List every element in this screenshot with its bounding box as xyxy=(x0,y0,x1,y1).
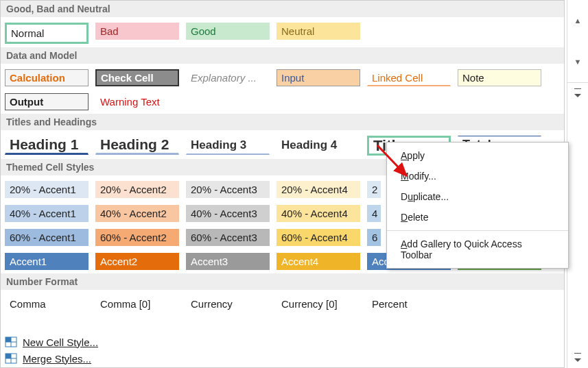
style-heading-1[interactable]: Heading 1 xyxy=(5,136,89,155)
style-neutral[interactable]: Neutral xyxy=(277,23,360,40)
menu-delete[interactable]: Delete xyxy=(387,207,568,228)
svg-rect-7 xyxy=(5,354,11,358)
expand-gallery-button-bottom[interactable] xyxy=(567,347,588,368)
row-dm-1: Calculation Check Cell Explanatory ... I… xyxy=(1,64,564,90)
row-dm-2: Output Warning Text xyxy=(1,90,564,114)
style-warning-text[interactable]: Warning Text xyxy=(95,93,179,110)
expand-gallery-button[interactable] xyxy=(567,82,588,103)
svg-rect-3 xyxy=(5,337,11,342)
menu-modify[interactable]: Modify... xyxy=(387,166,568,186)
style-20-accent3[interactable]: 20% - Accent3 xyxy=(186,181,270,198)
scroll-down-button[interactable]: ▼ xyxy=(567,41,588,82)
style-currency[interactable]: Currency xyxy=(186,295,270,312)
cells-icon xyxy=(5,352,17,365)
style-40-accent1[interactable]: 40% - Accent1 xyxy=(5,205,89,222)
style-60-accent4[interactable]: 60% - Accent4 xyxy=(277,229,360,246)
sidebar-scroll: ▲ ▼ xyxy=(567,0,588,368)
merge-styles-label: Merge Styles... xyxy=(23,353,91,365)
style-normal[interactable]: Normal xyxy=(5,23,89,44)
menu-duplicate[interactable]: Duplicate... xyxy=(387,186,568,207)
style-40-accent4[interactable]: 40% - Accent4 xyxy=(277,205,360,222)
style-60-accent2[interactable]: 60% - Accent2 xyxy=(95,229,179,246)
new-cell-style-button[interactable]: New Cell Style... xyxy=(5,336,98,348)
style-heading-3[interactable]: Heading 3 xyxy=(186,136,270,155)
style-20-accent1[interactable]: 20% - Accent1 xyxy=(5,181,89,198)
merge-styles-button[interactable]: Merge Styles... xyxy=(5,352,98,365)
menu-apply[interactable]: Apply xyxy=(387,145,568,166)
style-60-accent3[interactable]: 60% - Accent3 xyxy=(186,229,270,246)
style-accent3[interactable]: Accent3 xyxy=(186,253,270,270)
style-40-accent3[interactable]: 40% - Accent3 xyxy=(186,205,270,222)
row-nf: Comma Comma [0] Currency Currency [0] Pe… xyxy=(1,290,564,316)
style-comma-0[interactable]: Comma [0] xyxy=(95,295,179,312)
menu-add-gallery-qat[interactable]: Add Gallery to Quick Access Toolbar xyxy=(387,234,568,265)
new-cell-style-label: New Cell Style... xyxy=(23,336,98,348)
style-explanatory[interactable]: Explanatory ... xyxy=(186,69,270,86)
style-input[interactable]: Input xyxy=(277,69,360,86)
style-bad[interactable]: Bad xyxy=(95,23,179,40)
style-60-cut[interactable]: 6 xyxy=(367,229,381,246)
section-number-format: Number Format xyxy=(1,273,564,290)
style-check-cell[interactable]: Check Cell xyxy=(95,69,179,86)
style-20-accent2[interactable]: 20% - Accent2 xyxy=(95,181,179,198)
style-accent1[interactable]: Accent1 xyxy=(5,253,89,270)
style-60-accent1[interactable]: 60% - Accent1 xyxy=(5,229,89,246)
style-currency-0[interactable]: Currency [0] xyxy=(277,295,360,312)
scroll-up-button[interactable]: ▲ xyxy=(567,0,588,41)
style-20-accent4[interactable]: 20% - Accent4 xyxy=(277,181,360,198)
style-note[interactable]: Note xyxy=(458,69,541,86)
style-comma[interactable]: Comma xyxy=(5,295,89,312)
style-20-cut[interactable]: 2 xyxy=(367,181,381,198)
cells-icon xyxy=(5,336,17,348)
style-calculation[interactable]: Calculation xyxy=(5,69,89,86)
menu-separator xyxy=(387,230,568,231)
style-40-cut[interactable]: 4 xyxy=(367,205,381,222)
style-good[interactable]: Good xyxy=(186,23,270,40)
section-data-model: Data and Model xyxy=(1,47,564,64)
section-titles-headings: Titles and Headings xyxy=(1,114,564,130)
style-output[interactable]: Output xyxy=(5,93,89,110)
style-accent4[interactable]: Accent4 xyxy=(277,253,360,270)
style-heading-4[interactable]: Heading 4 xyxy=(277,136,360,155)
style-linked-cell[interactable]: Linked Cell xyxy=(367,69,451,86)
context-menu: Apply Modify... Duplicate... Delete Add … xyxy=(386,142,569,269)
style-accent2[interactable]: Accent2 xyxy=(95,253,179,270)
row-gbn: Normal Bad Good Neutral xyxy=(1,17,564,47)
style-40-accent2[interactable]: 40% - Accent2 xyxy=(95,205,179,222)
style-heading-2[interactable]: Heading 2 xyxy=(95,136,179,155)
gallery-footer: New Cell Style... Merge Styles... xyxy=(5,336,98,365)
section-good-bad-neutral: Good, Bad and Neutral xyxy=(1,1,564,17)
style-percent[interactable]: Percent xyxy=(367,295,451,312)
